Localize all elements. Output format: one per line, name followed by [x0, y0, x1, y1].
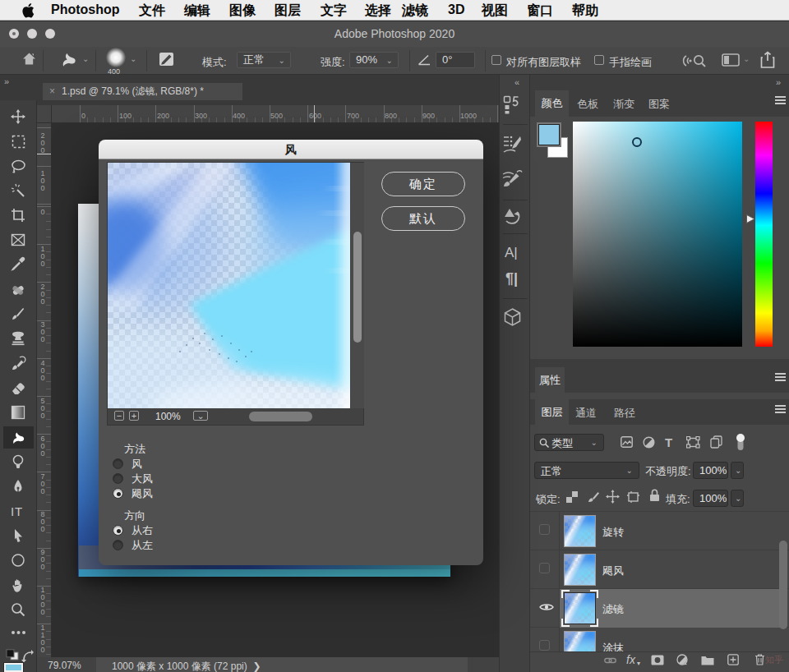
svg-text:I: I	[11, 504, 14, 518]
svg-text:T: T	[15, 504, 22, 518]
